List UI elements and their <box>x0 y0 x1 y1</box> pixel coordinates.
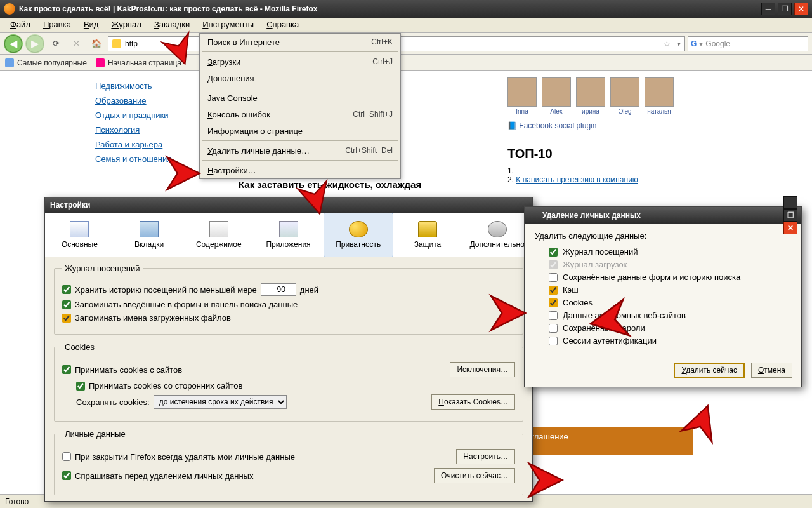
label: Принимать cookies со сторонних сайтов <box>89 381 242 391</box>
stop-button[interactable]: ✕ <box>67 36 85 52</box>
settings-title: Настройки <box>50 201 90 210</box>
cookie-store-select[interactable]: до истечения срока их действия <box>154 395 287 409</box>
chk-accept-cookies[interactable] <box>62 365 71 374</box>
chk-clear-on-close[interactable] <box>62 452 71 461</box>
label: Запоминать имена загруженных файлов <box>75 313 231 323</box>
tab-security[interactable]: Защита <box>393 213 463 257</box>
forward-button[interactable]: ▶ <box>25 34 44 53</box>
chk-remember-forms[interactable] <box>62 300 71 309</box>
label: При закрытии Firefox всегда удалять мои … <box>75 452 295 462</box>
label: Журнал загрузок <box>563 260 627 269</box>
menu-item-settings[interactable]: Настройки… <box>200 162 400 178</box>
bookmark-star-icon[interactable]: ☆ <box>664 39 671 48</box>
site-icon <box>112 39 121 48</box>
menu-history[interactable]: Журнал <box>105 18 147 32</box>
group-title: Cookies <box>62 342 97 352</box>
firefox-icon <box>4 3 15 15</box>
menu-item-downloads[interactable]: ЗагрузкиCtrl+J <box>200 53 400 70</box>
group-private-data: Личные данные При закрытии Firefox всегд… <box>54 429 523 495</box>
tab-tabs[interactable]: Вкладки <box>115 213 185 257</box>
search-bar[interactable]: G▾ Google <box>688 36 808 51</box>
menu-file[interactable]: Файл <box>4 18 37 32</box>
avatar[interactable]: наталья <box>645 77 674 115</box>
red-arrow-icon <box>584 296 633 345</box>
red-arrow-icon <box>296 179 336 220</box>
menu-item-clear-private[interactable]: Удалить личные данные…Ctrl+Shift+Del <box>200 142 400 159</box>
chk-del-history[interactable] <box>549 248 558 257</box>
label: Журнал посещений <box>563 247 638 257</box>
menu-edit[interactable]: Правка <box>37 18 77 32</box>
bookmark-bar: Самые популярные Начальная страница <box>0 55 812 71</box>
menu-separator <box>202 140 398 141</box>
avatar[interactable]: Oleg <box>610 77 639 115</box>
chk-del-sessions[interactable] <box>549 337 558 345</box>
privacy-icon <box>349 221 368 237</box>
page-icon <box>96 58 105 67</box>
reload-button[interactable]: ⟳ <box>47 36 65 52</box>
firefox-icon <box>528 210 539 220</box>
delete-data-dialog: Удаление личных данных ─ ❐ ✕ Удалить сле… <box>524 206 802 387</box>
close-button[interactable]: ✕ <box>783 222 797 234</box>
chk-del-cookies[interactable] <box>549 298 558 307</box>
show-cookies-button[interactable]: Показать Cookies… <box>431 394 515 410</box>
cancel-button[interactable]: Отмена <box>751 363 792 378</box>
avatar[interactable]: Irina <box>508 77 537 115</box>
chk-del-cache[interactable] <box>549 286 558 295</box>
configure-button[interactable]: Настроить… <box>456 449 515 464</box>
google-icon: G <box>691 39 697 48</box>
menu-item-pageinfo[interactable]: Информация о странице <box>200 123 400 139</box>
avatar[interactable]: Alex <box>542 77 571 115</box>
chk-ask-before-clear[interactable] <box>62 471 71 480</box>
settings-window: Настройки Основные Вкладки Содержимое Пр… <box>44 197 533 502</box>
advanced-icon <box>488 221 507 237</box>
top10-link[interactable]: К написать претензию в компанию <box>516 175 638 184</box>
menu-item-errorconsole[interactable]: Консоль ошибокCtrl+Shift+J <box>200 106 400 123</box>
dialog-title: Удаление личных данных <box>542 211 641 220</box>
chk-del-downloads <box>549 260 558 269</box>
label: Сохранять cookies: <box>76 398 150 407</box>
label: дней <box>300 285 318 295</box>
menu-view[interactable]: Вид <box>77 18 105 32</box>
clear-now-button[interactable]: Очистить сейчас… <box>434 468 515 483</box>
top10-title: ТОП-10 <box>508 147 698 161</box>
tab-advanced[interactable]: Дополнительно <box>462 213 532 257</box>
close-button[interactable]: ✕ <box>794 3 808 15</box>
chk-del-passwords[interactable] <box>549 324 558 333</box>
group-title: Журнал посещений <box>62 264 143 273</box>
window-titlebar: Как просто сделать всё! | KakProsto.ru: … <box>0 0 812 18</box>
minimize-button[interactable]: ─ <box>761 3 775 15</box>
search-placeholder: Google <box>705 39 730 48</box>
menu-tools[interactable]: Инструменты <box>196 18 260 32</box>
delete-now-button[interactable]: Удалить сейчас <box>674 363 744 378</box>
maximize-button[interactable]: ❐ <box>778 3 792 15</box>
minimize-button[interactable]: ─ <box>783 196 797 209</box>
window-title: Как просто сделать всё! | KakProsto.ru: … <box>19 4 761 13</box>
menu-item-addons[interactable]: Дополнения <box>200 70 400 86</box>
chk-remember-downloads[interactable] <box>62 314 71 323</box>
chk-keep-history[interactable] <box>62 285 71 294</box>
menu-item-search[interactable]: Поиск в ИнтернетеCtrl+K <box>200 34 400 50</box>
history-days-input[interactable] <box>261 283 296 296</box>
url-text: http <box>125 39 138 48</box>
tools-menu-dropdown: Поиск в ИнтернетеCtrl+K ЗагрузкиCtrl+J Д… <box>199 33 401 179</box>
bookmark-popular[interactable]: Самые популярные <box>5 58 87 67</box>
back-button[interactable]: ◀ <box>4 34 23 53</box>
menu-help[interactable]: Справка <box>260 18 305 32</box>
menu-item-javaconsole[interactable]: Java Console <box>200 90 400 106</box>
exceptions-button[interactable]: Исключения… <box>450 362 515 377</box>
chk-del-offline[interactable] <box>549 311 558 320</box>
article-title: Как заставить еть жидкость, охлаждая <box>239 179 499 190</box>
red-arrow-icon <box>523 457 568 503</box>
chk-del-forms[interactable] <box>549 273 558 282</box>
avatar[interactable]: ирина <box>576 77 605 115</box>
home-button[interactable]: 🏠 <box>88 36 105 52</box>
label: Сохранённые данные форм и историю поиска <box>563 272 740 282</box>
maximize-button[interactable]: ❐ <box>783 209 797 222</box>
dropdown-icon[interactable]: ▾ <box>677 39 681 48</box>
tab-main[interactable]: Основные <box>45 213 115 257</box>
apps-icon <box>279 221 298 237</box>
bookmark-label: Самые популярные <box>17 58 87 67</box>
group-title: Личные данные <box>62 429 128 439</box>
chk-third-party-cookies[interactable] <box>76 382 85 391</box>
tab-content[interactable]: Содержимое <box>184 213 254 257</box>
